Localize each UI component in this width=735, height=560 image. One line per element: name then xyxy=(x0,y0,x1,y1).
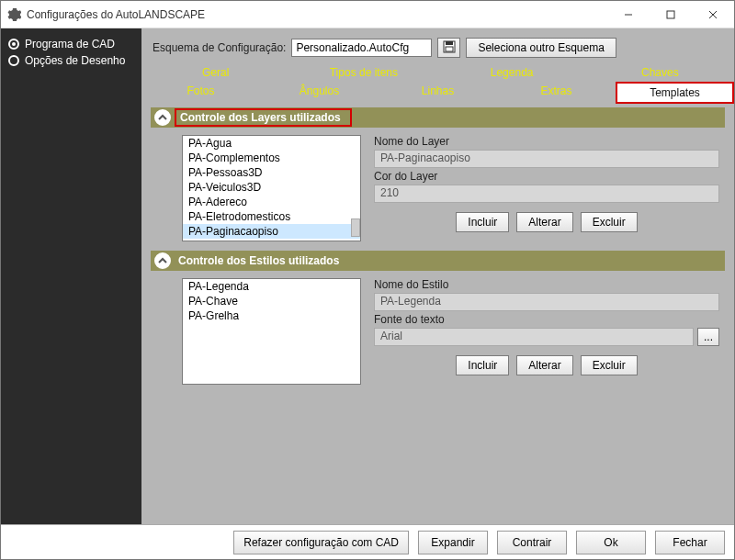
style-name-label: Nome do Estilo xyxy=(374,278,719,291)
list-item[interactable]: PA-Eletrodomesticos xyxy=(183,209,360,224)
contract-button[interactable]: Contrair xyxy=(497,531,567,554)
maximize-button[interactable] xyxy=(650,1,692,28)
svg-rect-1 xyxy=(667,11,674,18)
gear-icon xyxy=(6,7,21,22)
list-item[interactable]: PA-Paginacaopiso xyxy=(183,224,360,239)
list-item[interactable]: PA-Chave xyxy=(183,294,360,308)
svg-rect-5 xyxy=(446,41,453,45)
layer-exclude-button[interactable]: Excluir xyxy=(581,212,638,232)
list-item[interactable]: PA-Agua xyxy=(183,136,360,151)
scheme-label: Esquema de Configuração: xyxy=(153,41,286,54)
tabs-row-2: Fotos Ângulos Linhas Extras Templates xyxy=(141,82,734,104)
titlebar: Configurações do AutoLANDSCAPE xyxy=(1,1,734,28)
sidebar-item-label: Opções de Desenho xyxy=(25,54,125,67)
window-title: Configurações do AutoLANDSCAPE xyxy=(27,8,607,21)
sidebar-item-label: Programa de CAD xyxy=(25,38,115,50)
sidebar-item-draw-options[interactable]: Opções de Desenho xyxy=(8,54,134,67)
config-window: Configurações do AutoLANDSCAPE Programa … xyxy=(0,0,735,560)
layers-panel-title: Controle dos Layers utilizados xyxy=(175,108,352,127)
style-font-field[interactable]: Arial xyxy=(374,328,694,346)
collapse-icon[interactable] xyxy=(154,109,171,126)
layer-name-field[interactable]: PA-Paginacaopiso xyxy=(374,150,719,168)
list-item[interactable]: PA-Pessoas3D xyxy=(183,165,360,180)
style-exclude-button[interactable]: Excluir xyxy=(581,355,638,375)
close-footer-button[interactable]: Fechar xyxy=(655,531,725,554)
layer-color-label: Cor do Layer xyxy=(374,170,719,183)
redo-cad-button[interactable]: Refazer configuração com CAD xyxy=(233,531,409,554)
tab-tipos[interactable]: Tipos de itens xyxy=(289,63,437,82)
select-scheme-button[interactable]: Seleciona outro Esquema xyxy=(466,38,616,58)
ok-button[interactable]: Ok xyxy=(576,531,646,554)
save-scheme-button[interactable] xyxy=(437,38,460,58)
footer: Refazer configuração com CAD Expandir Co… xyxy=(1,524,734,559)
font-picker-button[interactable]: ... xyxy=(697,328,719,346)
list-item[interactable]: PA-Veiculos3D xyxy=(183,180,360,195)
layer-include-button[interactable]: Incluir xyxy=(456,212,509,232)
scheme-row: Esquema de Configuração: Seleciona outro… xyxy=(141,28,734,63)
sidebar-item-cad[interactable]: Programa de CAD xyxy=(8,38,134,50)
tab-geral[interactable]: Geral xyxy=(141,63,289,82)
style-alter-button[interactable]: Alterar xyxy=(516,355,572,375)
layer-color-field[interactable]: 210 xyxy=(374,185,719,203)
style-name-field[interactable]: PA-Legenda xyxy=(374,293,719,311)
tab-fotos[interactable]: Fotos xyxy=(141,82,260,104)
expand-button[interactable]: Expandir xyxy=(418,531,488,554)
radio-icon xyxy=(8,39,19,50)
style-include-button[interactable]: Incluir xyxy=(456,355,509,375)
list-item[interactable]: PA-Adereco xyxy=(183,195,360,209)
tab-angulos[interactable]: Ângulos xyxy=(260,82,379,104)
floppy-icon xyxy=(443,40,456,56)
close-button[interactable] xyxy=(692,1,734,28)
styles-panel: Controle dos Estilos utilizados PA-Legen… xyxy=(151,251,725,386)
minimize-button[interactable] xyxy=(607,1,650,28)
sidebar: Programa de CAD Opções de Desenho xyxy=(1,28,141,524)
styles-list[interactable]: PA-Legenda PA-Chave PA-Grelha xyxy=(182,278,361,385)
scheme-input[interactable] xyxy=(291,39,432,57)
layer-name-label: Nome do Layer xyxy=(374,135,719,148)
scrollbar-thumb[interactable] xyxy=(351,218,360,237)
layers-panel: Controle dos Layers utilizados PA-Agua P… xyxy=(151,107,725,243)
tabs-row-1: Geral Tipos de itens Legenda Chaves xyxy=(141,63,734,82)
content-area: Esquema de Configuração: Seleciona outro… xyxy=(141,28,734,524)
tab-linhas[interactable]: Linhas xyxy=(379,82,497,104)
radio-icon xyxy=(8,55,19,66)
collapse-icon[interactable] xyxy=(154,252,171,269)
tab-legenda[interactable]: Legenda xyxy=(438,63,586,82)
layers-list[interactable]: PA-Agua PA-Complementos PA-Pessoas3D PA-… xyxy=(182,135,361,241)
tab-templates[interactable]: Templates xyxy=(616,82,734,104)
style-font-label: Fonte do texto xyxy=(374,313,719,326)
list-item[interactable]: PA-Grelha xyxy=(183,308,360,323)
layer-alter-button[interactable]: Alterar xyxy=(516,212,572,232)
tab-chaves[interactable]: Chaves xyxy=(586,63,734,82)
tab-extras[interactable]: Extras xyxy=(497,82,616,104)
list-item[interactable]: PA-Complementos xyxy=(183,151,360,165)
list-item[interactable]: PA-Legenda xyxy=(183,279,360,294)
styles-panel-title: Controle dos Estilos utilizados xyxy=(178,254,339,267)
